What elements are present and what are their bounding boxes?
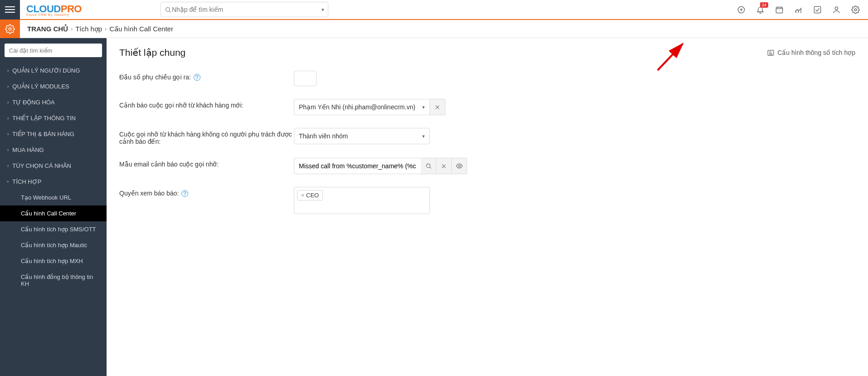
svg-point-15	[9, 28, 11, 30]
row-new-customer-alert: Cảnh báo cuộc gọi nhỡ từ khách hàng mới:…	[119, 99, 855, 115]
row-no-owner-alert: Cuộc gọi nhỡ từ khách hàng không có ngườ…	[119, 128, 855, 145]
sidebar-sub-sms-ott[interactable]: Cấu hình tích hợp SMS/OTT	[0, 221, 107, 237]
global-search[interactable]: ▾	[161, 2, 328, 17]
chevron-right-icon: ›	[105, 26, 107, 32]
sidebar-sub-sync[interactable]: Cấu hình đồng bộ thông tin KH	[0, 269, 107, 292]
svg-point-14	[854, 9, 857, 11]
tag-chip-ceo: × CEO	[297, 190, 323, 200]
sidebar-item-integration[interactable]: ›TÍCH HỢP	[0, 174, 107, 190]
sidebar-item-modules[interactable]: ›QUẢN LÝ MODULES	[0, 78, 107, 94]
sidebar-sub-callcenter[interactable]: Cấu hình Call Center	[0, 205, 107, 221]
breadcrumb-home[interactable]: TRANG CHỦ	[27, 25, 68, 33]
logo[interactable]: CLOUDPRO Cloud CRM By Industry	[20, 3, 88, 16]
sidebar-item-purchase[interactable]: ›MUA HÀNG	[0, 142, 107, 158]
label-report-permission: Quyền xem báo báo: ?	[119, 187, 294, 197]
sidebar-item-label: TÙY CHỌN CÁ NHÂN	[12, 162, 71, 169]
logo-text-pro: PRO	[61, 3, 82, 15]
user-icon[interactable]	[832, 5, 841, 14]
analytics-icon[interactable]	[794, 5, 803, 14]
global-search-input[interactable]	[172, 6, 322, 13]
label-email-template: Mẫu email cảnh báo cuộc gọi nhỡ:	[119, 158, 294, 168]
chevron-right-icon: ›	[7, 100, 9, 105]
sidebar-item-label: QUẢN LÝ NGƯỜI DÙNG	[12, 67, 80, 74]
logo-text-cloud: CLOUD	[26, 3, 61, 15]
notification-badge: 24	[760, 2, 768, 8]
sidebar-item-label: TỰ ĐỘNG HÓA	[12, 99, 54, 106]
chevron-right-icon: ›	[7, 116, 9, 121]
svg-line-1	[170, 11, 171, 12]
remove-tag-icon[interactable]: ×	[301, 192, 304, 199]
label-outbound-prefix: Đầu số phụ chiều gọi ra: ?	[119, 71, 294, 81]
notification-bell-icon[interactable]: 24	[756, 5, 765, 14]
svg-line-23	[429, 167, 431, 169]
chevron-right-icon: ›	[7, 163, 9, 168]
outbound-prefix-input[interactable]	[294, 71, 317, 86]
calendar-icon[interactable]	[775, 5, 784, 14]
chevron-down-icon[interactable]: ▾	[322, 7, 324, 13]
settings-gear-icon[interactable]	[851, 5, 860, 14]
label-new-customer-alert: Cảnh báo cuộc gọi nhỡ từ khách hàng mới:	[119, 99, 294, 109]
news-icon	[767, 49, 775, 57]
sidebar-item-automation[interactable]: ›TỰ ĐỘNG HÓA	[0, 94, 107, 110]
chevron-right-icon: ›	[7, 132, 9, 137]
sidebar-item-label: QUẢN LÝ MODULES	[12, 83, 69, 90]
lookup-button[interactable]	[421, 158, 436, 174]
sidebar-item-label: THIẾT LẬP THÔNG TIN	[12, 115, 76, 122]
sidebar-search	[5, 44, 102, 57]
sidebar-item-users[interactable]: ›QUẢN LÝ NGƯỜI DÙNG	[0, 63, 107, 78]
sidebar-sub-social[interactable]: Cấu hình tích hợp MXH	[0, 253, 107, 269]
content-header: Thiết lập chung Cấu hình thông số tích h…	[119, 47, 855, 58]
label-no-owner-alert: Cuộc gọi nhỡ từ khách hàng không có ngườ…	[119, 128, 294, 145]
sidebar-item-info-setup[interactable]: ›THIẾT LẬP THÔNG TIN	[0, 110, 107, 126]
help-icon[interactable]: ?	[181, 190, 188, 197]
row-outbound-prefix: Đầu số phụ chiều gọi ra: ?	[119, 71, 855, 86]
integration-params-label: Cấu hình thông số tích hợp	[777, 49, 855, 56]
clear-button[interactable]	[436, 158, 452, 174]
settings-module-icon[interactable]	[0, 20, 20, 38]
tag-label: CEO	[306, 192, 319, 199]
row-report-permission: Quyền xem báo báo: ? × CEO	[119, 187, 855, 214]
chevron-right-icon: ›	[7, 84, 9, 89]
sidebar-sub-mautic[interactable]: Cấu hình tích hợp Mautic	[0, 237, 107, 253]
sidebar-item-personal[interactable]: ›TÙY CHỌN CÁ NHÂN	[0, 158, 107, 174]
breadcrumb-level2: Cấu hình Call Center	[109, 25, 173, 33]
sidebar-item-marketing-sales[interactable]: ›TIẾP THỊ & BÁN HÀNG	[0, 126, 107, 142]
no-owner-alert-select[interactable]: Thành viên nhóm ▾	[294, 128, 430, 144]
content-panel: Thiết lập chung Cấu hình thông số tích h…	[107, 38, 868, 376]
chevron-right-icon: ›	[7, 147, 9, 152]
sidebar-item-label: MUA HÀNG	[12, 146, 44, 153]
svg-rect-12	[814, 6, 820, 13]
topbar: CLOUDPRO Cloud CRM By Industry ▾ 24	[0, 0, 868, 20]
chevron-down-icon: ▾	[422, 133, 425, 139]
chevron-down-icon: ›	[5, 181, 10, 182]
svg-rect-5	[776, 7, 782, 13]
sidebar-sub-webhook[interactable]: Tạo Webhook URL	[0, 190, 107, 205]
control-report-permission: × CEO	[294, 187, 430, 214]
chevron-right-icon: ›	[7, 68, 9, 73]
sidebar-item-label: TÍCH HỢP	[12, 178, 41, 185]
breadcrumb-level1[interactable]: Tích hợp	[75, 25, 102, 33]
control-new-customer-alert: Phạm Yến Nhi (nhi.pham@onlinecrm.vn) ▾	[294, 99, 445, 115]
plus-circle-icon[interactable]	[736, 5, 746, 14]
svg-point-0	[166, 7, 170, 11]
svg-point-22	[426, 164, 430, 167]
email-template-input[interactable]	[294, 158, 421, 174]
breadcrumb-row: TRANG CHỦ › Tích hợp › Cấu hình Call Cen…	[0, 20, 868, 38]
help-icon[interactable]: ?	[194, 74, 200, 81]
hamburger-menu-button[interactable]	[0, 0, 20, 20]
control-email-template	[294, 158, 467, 174]
clear-button[interactable]	[430, 99, 445, 115]
preview-button[interactable]	[452, 158, 467, 174]
chevron-down-icon: ▾	[422, 104, 425, 110]
row-email-template: Mẫu email cảnh báo cuộc gọi nhỡ:	[119, 158, 855, 174]
new-customer-alert-select[interactable]: Phạm Yến Nhi (nhi.pham@onlinecrm.vn) ▾	[294, 99, 430, 115]
svg-point-26	[458, 165, 460, 167]
breadcrumb: TRANG CHỦ › Tích hợp › Cấu hình Call Cen…	[20, 25, 173, 33]
main-layout: ›QUẢN LÝ NGƯỜI DÙNG ›QUẢN LÝ MODULES ›TỰ…	[0, 38, 868, 376]
page-title: Thiết lập chung	[119, 47, 185, 58]
control-no-owner-alert: Thành viên nhóm ▾	[294, 128, 430, 144]
report-permission-tagbox[interactable]: × CEO	[294, 187, 430, 214]
checkbox-icon[interactable]	[813, 5, 822, 14]
integration-params-link[interactable]: Cấu hình thông số tích hợp	[767, 49, 855, 57]
sidebar-search-input[interactable]	[5, 44, 102, 57]
